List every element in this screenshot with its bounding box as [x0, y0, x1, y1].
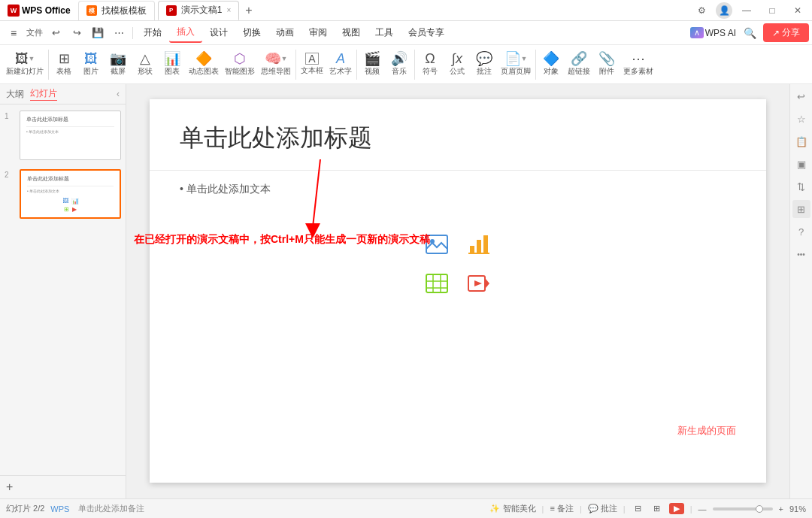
save-icon[interactable]: 💾	[87, 23, 108, 44]
search-icon[interactable]: 🔍	[739, 23, 760, 44]
minimize-button[interactable]: —	[735, 0, 758, 21]
symbol-button[interactable]: Ω 符号	[417, 50, 444, 78]
share-button[interactable]: ↗ 分享	[763, 23, 809, 42]
zoom-out-button[interactable]: —	[698, 504, 707, 513]
image-button[interactable]: 🖼 图片	[77, 50, 105, 78]
audio-button[interactable]: 🔊 音乐	[386, 50, 413, 78]
tab-presentation[interactable]: P 演示文稿1 ×	[158, 1, 240, 20]
smartshape-button[interactable]: ⬡ 智能图形	[222, 50, 258, 78]
panel-header: 大纲 幻灯片 ‹	[0, 84, 126, 105]
settings-button[interactable]: ⚙	[690, 0, 713, 21]
status-bar-right: ✨ 智能美化 | ≡ 备注 | 💬 批注 | ⊟ ⊞ ▶ | — + 91%	[489, 503, 806, 514]
right-panel-refresh-icon[interactable]: ↩	[792, 87, 810, 105]
insert-chart-icon[interactable]	[465, 231, 492, 258]
audio-icon: 🔊	[391, 52, 408, 65]
slide-title-text[interactable]: 单击此处添加标题	[180, 122, 736, 155]
panel-collapse-icon[interactable]: ‹	[117, 89, 120, 99]
menu-view[interactable]: 视图	[335, 23, 368, 42]
tab-add-button[interactable]: +	[239, 4, 258, 17]
right-panel-frame-icon[interactable]: ▣	[792, 155, 810, 173]
slide-num-1: 1	[5, 111, 15, 160]
wps-status-icon[interactable]: WPS	[50, 504, 69, 513]
grid-view-button[interactable]: ⊞	[650, 503, 663, 514]
formula-button[interactable]: ∫x 公式	[444, 50, 471, 78]
slide-preview-1[interactable]: 单击此处添加标题 • 单击此处添加文本	[20, 111, 121, 160]
right-panel-star-icon[interactable]: ☆	[792, 110, 810, 128]
slide-thumb-1[interactable]: 1 单击此处添加标题 • 单击此处添加文本	[3, 108, 123, 163]
slide-content-area[interactable]: • 单击此处添加文本	[150, 171, 766, 208]
chart-icon: 📊	[164, 52, 180, 65]
menu-animate[interactable]: 动画	[268, 23, 301, 42]
textbox-button[interactable]: A 文本框	[298, 51, 326, 77]
menu-vip[interactable]: 会员专享	[401, 23, 452, 42]
right-panel-sort-icon[interactable]: ⇅	[792, 177, 810, 195]
beautify-button[interactable]: ✨ 智能美化	[489, 503, 535, 514]
sep5	[535, 50, 536, 80]
slide-canvas[interactable]: 单击此处添加标题 • 单击此处添加文本	[150, 99, 766, 483]
new-slide-button[interactable]: 🖼 ▼ 新建幻灯片	[3, 50, 47, 78]
file-icon[interactable]: 文件	[24, 23, 45, 44]
right-panel-help-icon[interactable]: ?	[792, 223, 810, 241]
new-slide-label: 新建幻灯片	[6, 66, 44, 77]
right-panel-grid-icon[interactable]: ⊞	[792, 200, 810, 218]
svg-rect-4	[470, 246, 474, 253]
slide-title-area[interactable]: 单击此处添加标题	[150, 99, 766, 171]
redo-icon[interactable]: ↪	[66, 23, 87, 44]
shapes-button[interactable]: △ 形状	[132, 50, 159, 78]
pagenum-button[interactable]: 📄 ▼ 页眉页脚	[498, 50, 534, 78]
add-slide-icon: +	[6, 480, 13, 494]
video-button[interactable]: 🎬 视频	[359, 50, 386, 78]
object-button[interactable]: 🔷 对象	[538, 50, 565, 78]
more-button[interactable]: ⋯ 更多素材	[620, 50, 656, 78]
screenshot-button[interactable]: 📷 截屏	[105, 50, 132, 78]
play-button[interactable]: ▶	[669, 503, 684, 514]
link-button[interactable]: 🔗 超链接	[565, 50, 593, 78]
insert-video-icon[interactable]	[465, 270, 492, 297]
wps-ai-button[interactable]: ∧ WPS AI	[690, 27, 736, 38]
slide-preview-2[interactable]: 单击此处添加标题 • 单击此处添加文本 🖼 📊 ⊞ ▶	[20, 169, 121, 219]
panel-slides-label[interactable]: 幻灯片	[30, 87, 57, 101]
wps-ai-label: WPS AI	[705, 28, 736, 38]
right-panel-copy-icon[interactable]: 📋	[792, 132, 810, 150]
normal-view-button[interactable]: ⊟	[632, 503, 644, 514]
arttext-button[interactable]: A 艺术字	[326, 50, 355, 78]
zoom-in-button[interactable]: +	[779, 504, 783, 513]
chart-button[interactable]: 📊 图表	[159, 50, 186, 78]
undo-icon[interactable]: ↩	[45, 23, 66, 44]
canvas-area[interactable]: 在已经打开的演示文稿中，按Ctrl+M只能生成一页新的演示文稿 单击此处添加标题…	[126, 84, 789, 498]
menu-insert[interactable]: 插入	[169, 23, 202, 43]
table-button[interactable]: ⊞ 表格	[50, 50, 77, 78]
comment-button[interactable]: 💬 批注	[471, 50, 498, 78]
attachment-button[interactable]: 📎 附件	[593, 50, 620, 78]
menu-tools[interactable]: 工具	[368, 23, 401, 42]
avatar-button[interactable]: 👤	[716, 2, 732, 19]
right-panel-more-icon[interactable]: •••	[792, 245, 810, 263]
menu-design[interactable]: 设计	[202, 23, 235, 42]
smartart-button[interactable]: 🔶 动态图表	[186, 50, 222, 78]
zoom-slider[interactable]	[713, 507, 773, 510]
panel-outline-label[interactable]: 大纲	[6, 88, 24, 101]
textbox-icon: A	[305, 53, 318, 65]
comment-button[interactable]: 💬 批注	[588, 503, 617, 514]
slide-bullet-text[interactable]: • 单击此处添加文本	[180, 183, 271, 196]
zoom-thumb[interactable]	[756, 505, 763, 513]
mindmap-button[interactable]: 🧠 ▼ 思维导图	[258, 50, 294, 78]
menu-start[interactable]: 开始	[136, 23, 169, 42]
tab-template[interactable]: 模 找模板模板	[78, 1, 155, 20]
panel-add-slide[interactable]: +	[0, 475, 126, 498]
more-icon[interactable]: ⋯	[108, 23, 129, 44]
slide-thumb-2[interactable]: 2 单击此处添加标题 • 单击此处添加文本 🖼 📊 ⊞ ▶	[3, 166, 123, 222]
tab-close-icon[interactable]: ×	[226, 6, 231, 14]
status-notes-text[interactable]: 单击此处添加备注	[78, 503, 144, 514]
maximize-button[interactable]: □	[761, 0, 783, 21]
slide-bullet[interactable]: • 单击此处添加文本	[180, 183, 736, 196]
notes-button[interactable]: ≡ 备注	[550, 503, 573, 514]
link-icon: 🔗	[571, 52, 587, 65]
insert-table-icon[interactable]	[423, 270, 450, 297]
menu-review[interactable]: 审阅	[301, 23, 335, 42]
wps-logo[interactable]: W WPS Office	[3, 3, 75, 18]
hamburger-icon[interactable]: ≡	[3, 23, 24, 44]
menu-cut[interactable]: 切换	[235, 23, 268, 42]
close-button[interactable]: ✕	[786, 0, 809, 21]
sep3	[356, 50, 357, 80]
